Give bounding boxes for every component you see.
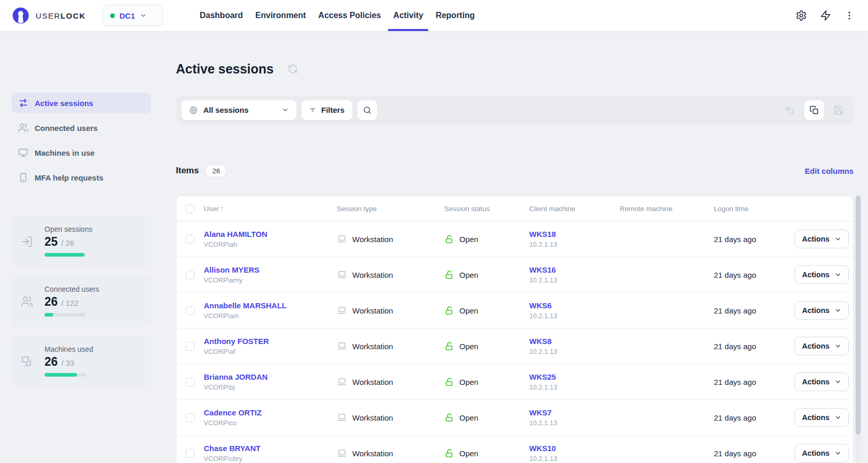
session-status-cell: Open [444,306,529,316]
actions-button[interactable]: Actions [795,265,849,284]
target-icon [189,106,198,115]
client-machine-link[interactable]: WKS18 [529,230,620,239]
column-header[interactable]: Client machine ↑ [529,205,620,213]
userlock-logo: USERLOCK [11,6,86,25]
logon-time: 21 days ago [714,413,795,422]
table-row: Chase BRYANT VCORP\cbry Workstation Open… [176,436,853,463]
user-link[interactable]: Chase BRYANT [204,444,337,453]
page-title: Active sessions [176,61,274,77]
session-status-cell: Open [444,234,529,244]
chevron-down-icon [140,12,147,19]
scrollbar-thumb[interactable] [856,196,861,435]
stats-panel: Open sessions 2526 Connected users 26122 [11,216,163,385]
sidebar-item-connected-users[interactable]: Connected users [11,117,151,138]
devices-icon [21,355,33,368]
table-row: Anthony FOSTER VCORP\af Workstation Open… [176,328,853,364]
row-checkbox[interactable] [186,378,194,386]
user-account: VCORP\amy [204,276,337,285]
settings-icon[interactable] [796,10,807,21]
search-button[interactable] [357,100,378,121]
row-checkbox[interactable] [186,413,194,422]
topnav-item[interactable]: Activity [387,0,429,31]
bolt-icon[interactable] [820,10,831,21]
sidebar-item-active-sessions[interactable]: Active sessions [11,93,151,113]
client-machine-ip: 10.2.1.13 [529,276,620,285]
stat-label: Connected users [44,285,151,293]
user-link[interactable]: Cadence ORTIZ [204,408,337,417]
actions-button[interactable]: Actions [795,337,849,355]
column-header[interactable]: Session type ↑ [337,205,444,213]
stat-label: Open sessions [44,225,151,233]
column-header[interactable]: Logon time ↑ [714,205,795,213]
user-account: VCORP\am [204,311,337,320]
laptop-icon [337,341,347,351]
stat-total: 26 [62,238,74,247]
chevron-down-icon [281,106,289,114]
logon-time: 21 days ago [714,271,795,279]
client-machine-link[interactable]: WKS8 [529,337,620,346]
user-link[interactable]: Alana HAMILTON [204,230,337,239]
stat-label: Machines used [44,345,151,353]
user-link[interactable]: Annabelle MARSHALL [204,301,337,310]
items-label: Items [176,166,199,176]
column-header[interactable]: Remote machine ↑ [620,205,714,213]
edit-columns-link[interactable]: Edit columns [805,167,854,175]
sidebar-item-machines-in-use[interactable]: Machines in use [11,142,151,163]
table-header-row: User ↑ Session type ↑ Session status ↑ C… [176,196,853,221]
session-type-cell: Workstation [337,270,444,280]
actions-button[interactable]: Actions [795,230,849,248]
sidebar-item-label: Connected users [35,124,98,132]
scope-selector[interactable]: All sessions [181,100,297,121]
more-menu-icon[interactable] [844,10,855,21]
row-checkbox[interactable] [186,271,194,279]
arrows-swap-icon [18,98,28,108]
server-selector[interactable]: DC1 [102,5,163,26]
select-all-checkbox[interactable] [186,204,194,213]
row-checkbox[interactable] [186,449,194,458]
laptop-icon [337,412,347,423]
user-account: VCORP\cbry [204,454,337,463]
undo-icon [780,105,800,115]
topnav-item[interactable]: Environment [249,0,312,31]
row-checkbox[interactable] [186,306,194,315]
client-machine-link[interactable]: WKS6 [529,301,620,310]
session-type-cell: Workstation [337,448,444,458]
vertical-scrollbar[interactable] [856,196,861,463]
chevron-down-icon [834,342,842,350]
topnav-item[interactable]: Dashboard [193,0,249,31]
actions-button[interactable]: Actions [795,408,849,427]
client-machine-link[interactable]: WKS7 [529,408,620,417]
client-machine-link[interactable]: WKS10 [529,444,620,453]
client-machine-link[interactable]: WKS16 [529,265,620,275]
row-checkbox[interactable] [186,342,194,351]
user-link[interactable]: Brianna JORDAN [204,372,337,382]
client-machine-link[interactable]: WKS25 [529,372,620,382]
sidebar-item-mfa-help-requests[interactable]: MFA help requests [11,167,151,188]
table-row: Brianna JORDAN VCORP\bj Workstation Open… [176,364,853,400]
client-machine-ip: 10.2.1.13 [529,240,620,249]
row-checkbox[interactable] [186,235,194,244]
topnav-item[interactable]: Reporting [429,0,481,31]
sessions-table: User ↑ Session type ↑ Session status ↑ C… [176,196,854,463]
table-row: Allison MYERS VCORP\amy Workstation Open… [176,257,853,293]
logon-time: 21 days ago [714,449,795,458]
user-link[interactable]: Anthony FOSTER [204,337,337,346]
actions-button[interactable]: Actions [795,372,849,391]
user-link[interactable]: Allison MYERS [204,265,337,275]
topnav-item-label: Dashboard [200,11,243,20]
stat-value: 26 [44,295,58,308]
copy-button[interactable] [804,100,825,121]
stat-card-open-sessions: Open sessions 2526 [11,216,151,265]
session-status-cell: Open [444,377,529,387]
actions-button[interactable]: Actions [795,444,849,462]
user-account: VCORP\af [204,347,337,356]
top-navigation: Dashboard Environment Access Policies Ac… [193,0,481,31]
column-header[interactable]: Session status ↑ [444,205,529,213]
chevron-down-icon [834,271,842,278]
filters-button[interactable]: Filters [301,100,353,121]
actions-button[interactable]: Actions [795,301,849,320]
topnav-item[interactable]: Access Policies [312,0,387,31]
column-header[interactable]: User ↑ [204,205,337,213]
laptop-icon [337,270,347,280]
refresh-icon[interactable] [288,64,298,74]
